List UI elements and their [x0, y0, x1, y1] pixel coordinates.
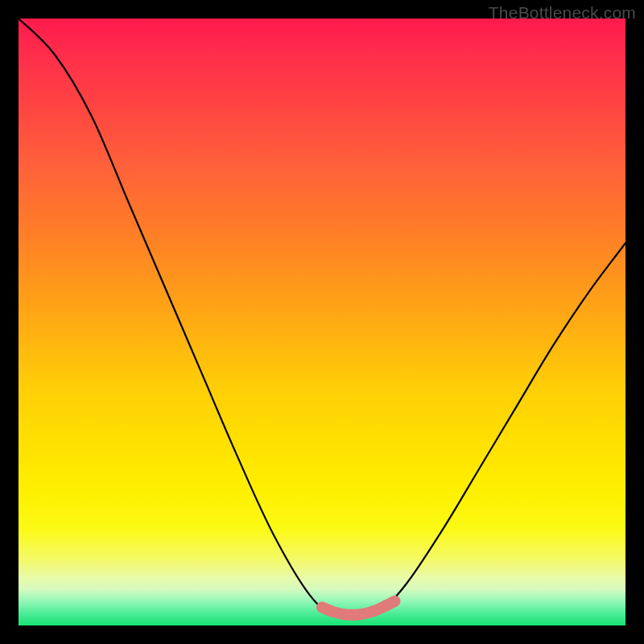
- chart-frame: TheBottleneck.com: [0, 0, 644, 644]
- bottleneck-curve: [19, 19, 625, 615]
- curve-svg: [19, 19, 625, 625]
- plot-area: [19, 19, 625, 625]
- optimal-zone-highlight: [322, 601, 394, 615]
